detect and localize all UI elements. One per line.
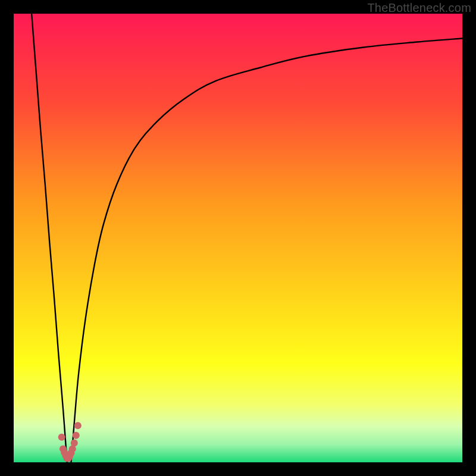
gradient-background bbox=[14, 14, 462, 462]
watermark-label: TheBottleneck.com bbox=[367, 1, 471, 15]
data-point bbox=[74, 422, 82, 429]
data-point bbox=[58, 434, 65, 441]
chart-frame bbox=[14, 14, 462, 462]
data-point bbox=[71, 440, 78, 447]
bottleneck-chart bbox=[14, 14, 462, 462]
data-point bbox=[73, 432, 80, 439]
